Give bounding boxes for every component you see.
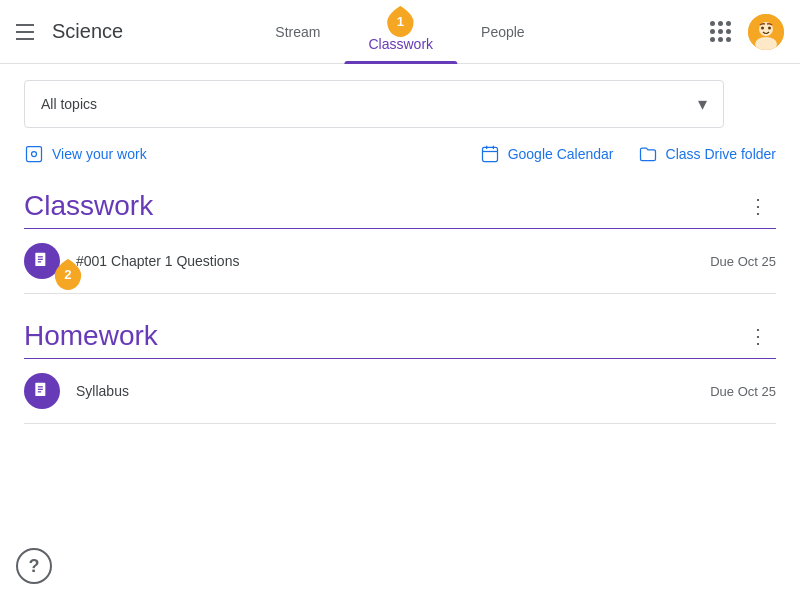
view-work-label: View your work: [52, 146, 147, 162]
tab-classwork[interactable]: 1 Classwork: [344, 0, 457, 64]
avatar-image: [748, 14, 784, 50]
syllabus-icon: [24, 373, 60, 409]
user-avatar[interactable]: [748, 14, 784, 50]
tab-stream[interactable]: Stream: [251, 0, 344, 64]
classwork-section-title: Classwork: [24, 190, 153, 222]
main-content: All topics ▾ View your work Google Calen…: [0, 64, 800, 600]
syllabus-name: Syllabus: [76, 383, 710, 399]
topics-selected: All topics: [41, 96, 97, 112]
svg-rect-6: [27, 147, 42, 162]
item-badge-2: 2: [54, 259, 82, 295]
classwork-section-header: Classwork ⋮: [24, 180, 776, 228]
class-drive-link[interactable]: Class Drive folder: [638, 144, 776, 164]
svg-text:1: 1: [397, 13, 404, 28]
topics-dropdown[interactable]: All topics ▾: [24, 80, 724, 128]
view-work-link[interactable]: View your work: [24, 144, 147, 164]
table-row[interactable]: 2 #001 Chapter 1 Questions Due Oct 25: [24, 229, 776, 294]
svg-rect-8: [482, 147, 497, 161]
homework-section-header: Homework ⋮: [24, 310, 776, 358]
syllabus-due: Due Oct 25: [710, 384, 776, 399]
nav-tabs: Stream 1 Classwork People: [251, 0, 548, 64]
app-title: Science: [52, 20, 123, 43]
svg-point-7: [32, 152, 37, 157]
svg-point-5: [768, 26, 771, 29]
tab-classwork-label: Classwork: [368, 36, 433, 52]
drive-label: Class Drive folder: [666, 146, 776, 162]
assignment-due: Due Oct 25: [710, 254, 776, 269]
svg-text:2: 2: [64, 267, 71, 282]
menu-icon[interactable]: [16, 20, 40, 44]
syllabus-doc-icon: [32, 381, 52, 401]
header-left: Science: [16, 20, 123, 44]
header: Science Stream 1 Classwork People: [0, 0, 800, 64]
homework-more-button[interactable]: ⋮: [740, 318, 776, 354]
calendar-label: Google Calendar: [508, 146, 614, 162]
calendar-icon: [480, 144, 500, 164]
grid-icon: [710, 21, 731, 42]
google-apps-button[interactable]: [700, 12, 740, 52]
help-button[interactable]: ?: [16, 548, 52, 584]
classwork-section: Classwork ⋮ 2 #001 Chapter 1 Qu: [24, 180, 776, 294]
view-work-icon: [24, 144, 44, 164]
tab-people[interactable]: People: [457, 0, 549, 64]
table-row[interactable]: Syllabus Due Oct 25: [24, 359, 776, 424]
assignment-name: #001 Chapter 1 Questions: [76, 253, 710, 269]
action-links: View your work Google Calendar Class Dri…: [24, 144, 776, 164]
svg-point-4: [761, 26, 764, 29]
homework-section-title: Homework: [24, 320, 158, 352]
right-action-links: Google Calendar Class Drive folder: [480, 144, 776, 164]
classwork-more-button[interactable]: ⋮: [740, 188, 776, 224]
header-right: [700, 12, 784, 52]
google-calendar-link[interactable]: Google Calendar: [480, 144, 614, 164]
homework-section: Homework ⋮ Syllabus Due Oct 25: [24, 310, 776, 424]
drive-folder-icon: [638, 144, 658, 164]
classwork-badge: 1: [387, 6, 415, 38]
tab-people-label: People: [481, 24, 525, 40]
dropdown-arrow-icon: ▾: [698, 93, 707, 115]
assignment-doc-icon: [32, 251, 52, 271]
tab-stream-label: Stream: [275, 24, 320, 40]
